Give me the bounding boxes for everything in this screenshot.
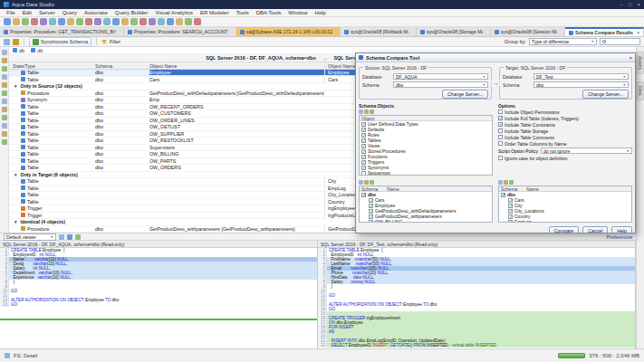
next-difference-icon[interactable] [67, 234, 72, 240]
object-type-checkbox[interactable] [361, 133, 366, 138]
object-type-checkbox[interactable] [361, 171, 366, 176]
document-tab[interactable]: Schema Compare Results × [565, 27, 644, 36]
source-object-checkbox[interactable] [361, 193, 366, 197]
toolbar-icon[interactable] [176, 18, 183, 25]
source-sql-editor[interactable]: 1 CREATE TABLE Employee ( 2 EmployeeID i… [0, 248, 317, 348]
document-tab[interactable]: sa@Sybase ASE 172.24.1.145 v16.00.02 [Un… [236, 27, 341, 36]
source-change-server-button[interactable]: Change Server... [442, 90, 488, 99]
menu-item[interactable]: Tools [233, 10, 253, 15]
toolbar-icon[interactable] [130, 18, 138, 25]
menu-item[interactable]: File [3, 10, 19, 15]
menu-item[interactable]: ER Modeler [197, 10, 233, 15]
previous-difference-icon[interactable] [59, 234, 64, 240]
close-button[interactable]: × [637, 2, 640, 7]
target-object-checkbox[interactable] [508, 198, 513, 203]
document-tab[interactable]: Properties: Procedure: SEARCH_ACCOUNT_AC… [124, 27, 236, 36]
column-header-state-type[interactable]: State/Type [9, 63, 95, 69]
document-tab[interactable]: Properties: Procedure: GET_TRANSACTIONS_… [0, 27, 124, 36]
object-type-checkbox[interactable] [361, 128, 366, 132]
compare-button[interactable]: Compare [549, 226, 579, 233]
source-object-row[interactable]: OW_BILLING [360, 219, 492, 222]
invert-selection-icon[interactable] [509, 180, 514, 185]
menu-item[interactable]: Visual Analytics [151, 10, 197, 15]
option-row[interactable]: Include Table Storage [498, 128, 632, 134]
target-object-row[interactable]: EmpLog [499, 219, 631, 222]
target-object-checkbox[interactable] [508, 214, 513, 219]
tab-close-icon[interactable]: × [637, 30, 639, 35]
dock-icon[interactable] [2, 115, 7, 120]
source-database-dropdown[interactable]: DF_AQUA [393, 73, 488, 80]
source-object-checkbox[interactable] [369, 198, 373, 203]
search-input[interactable] [608, 39, 638, 44]
menu-item[interactable]: Window [284, 10, 311, 15]
source-object-checkbox[interactable] [369, 209, 373, 214]
target-change-server-button[interactable]: Change Server... [582, 90, 629, 99]
object-type-checkbox[interactable] [361, 122, 366, 127]
option-checkbox[interactable] [498, 122, 503, 127]
check-all-icon[interactable] [359, 110, 363, 114]
dock-icon[interactable] [2, 99, 7, 104]
target-object-checkbox[interactable] [508, 220, 513, 223]
target-object-checkbox[interactable] [508, 204, 513, 208]
toolbar-icon[interactable] [185, 18, 192, 25]
help-button[interactable]: Help [611, 226, 632, 233]
minimize-button[interactable]: – [620, 2, 623, 7]
refresh-compare-icon[interactable] [4, 39, 10, 45]
ignore-case-checkbox[interactable] [498, 156, 503, 160]
source-schema-dropdown[interactable]: dbo [393, 81, 488, 88]
invert-selection-icon[interactable] [370, 110, 374, 114]
refresh-diff-icon[interactable] [75, 234, 81, 240]
dialog-titlebar[interactable]: Schema Compare Tool × [356, 53, 635, 62]
uncheck-all-icon[interactable] [364, 180, 369, 185]
target-schema-dropdown[interactable]: dbo [533, 81, 629, 88]
source-object-checkbox[interactable] [369, 204, 373, 208]
check-all-icon[interactable] [359, 180, 363, 185]
toolbar-icon[interactable] [67, 18, 74, 25]
source-object-checkbox[interactable] [369, 214, 373, 219]
menu-item[interactable]: DBA Tools [253, 10, 285, 15]
toolbar-icon[interactable] [58, 18, 65, 25]
toolbar-icon[interactable] [94, 18, 101, 25]
menu-item[interactable]: Server [35, 10, 59, 15]
document-tab[interactable]: sys@Oracle08 [Session Manager] [491, 27, 565, 36]
dock-tab[interactable]: Files [637, 81, 644, 100]
dock-icon[interactable] [2, 131, 7, 137]
toolbar-icon[interactable] [139, 18, 147, 25]
dock-icon[interactable] [2, 107, 7, 112]
toolbar-icon[interactable] [22, 18, 29, 25]
object-type-checkbox[interactable] [361, 160, 366, 165]
toolbar-icon[interactable] [112, 18, 120, 25]
toolbar-icon[interactable] [158, 18, 165, 25]
document-tab[interactable]: sys@Oracle08 [Rollback Manager] [341, 27, 416, 36]
group-by-dropdown[interactable]: Type of difference [529, 38, 597, 45]
toolbar-icon[interactable] [13, 18, 20, 25]
memory-usage-bar[interactable] [558, 353, 585, 358]
dock-tab[interactable]: Assets [637, 52, 644, 74]
invert-selection-icon[interactable] [370, 180, 374, 185]
toolbar-icon[interactable] [194, 18, 201, 25]
export-results-icon[interactable] [13, 39, 19, 45]
synchronize-schema-button[interactable]: Synchronize Schema [29, 37, 91, 47]
toolbar-icon[interactable] [4, 18, 11, 25]
menu-item[interactable]: Automate [81, 10, 111, 15]
target-object-checkbox[interactable] [501, 193, 505, 197]
option-row[interactable]: Include Object Permissions [498, 109, 632, 115]
option-checkbox[interactable] [498, 116, 503, 120]
toolbar-icon[interactable] [167, 18, 174, 25]
toolbar-icon[interactable] [103, 18, 111, 25]
maximize-button[interactable]: □ [629, 2, 632, 7]
uncheck-all-icon[interactable] [504, 180, 508, 185]
toolbar-icon[interactable] [121, 18, 129, 25]
option-checkbox[interactable] [498, 110, 503, 114]
dock-icon[interactable] [2, 74, 7, 80]
target-sql-editor[interactable]: 1 CREATE TABLE Employee ( 2 EmployeeID i… [318, 248, 635, 348]
source-object-checkbox[interactable] [369, 220, 373, 223]
target-object-checkbox[interactable] [508, 209, 513, 214]
toolbar-icon[interactable] [76, 18, 83, 25]
dock-icon[interactable] [2, 50, 7, 55]
dialog-close-icon[interactable]: × [629, 55, 632, 61]
check-all-icon[interactable] [498, 180, 503, 185]
uncheck-all-icon[interactable] [364, 110, 369, 114]
filter-button[interactable]: Filter [110, 39, 120, 44]
preferences-link[interactable]: Preferences [606, 234, 632, 240]
